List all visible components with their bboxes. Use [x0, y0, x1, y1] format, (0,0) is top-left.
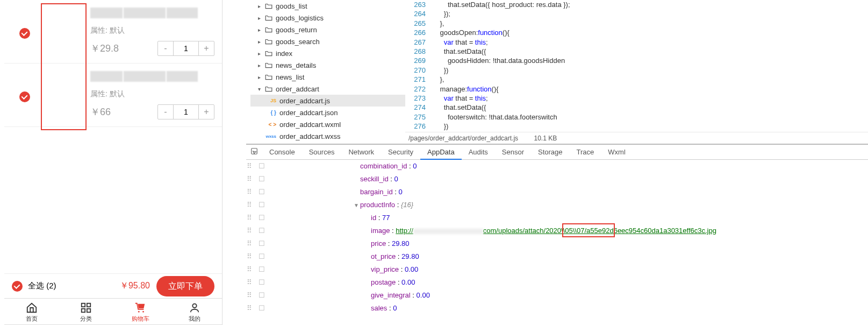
code-editor[interactable]: 2632642652662672682692702712722732742752…: [405, 0, 868, 132]
qty-minus-button[interactable]: -: [158, 105, 173, 119]
submit-order-button[interactable]: 立即下单: [156, 276, 214, 296]
file-path: /pages/order_addcart/order_addcart.js: [408, 135, 518, 142]
tab-home[interactable]: 首页: [4, 299, 59, 324]
devtools-tab-audits[interactable]: Audits: [462, 145, 495, 160]
svg-point-4: [138, 311, 140, 313]
appdata-row[interactable]: ⠿ ☐sales : 0: [246, 302, 868, 315]
tree-file[interactable]: wxssorder_addcart.wxss: [250, 130, 405, 142]
qty-plus-button[interactable]: +: [199, 41, 214, 55]
devtools-tab-appdata[interactable]: AppData: [420, 145, 462, 160]
devtools-tab-security[interactable]: Security: [381, 145, 420, 160]
tab-label: 我的: [189, 315, 200, 323]
devtools-tab-sensor[interactable]: Sensor: [495, 145, 531, 160]
file-size: 10.1 KB: [534, 135, 557, 142]
select-all-checkbox[interactable]: [12, 281, 23, 292]
tree-folder[interactable]: ▸goods_return: [250, 24, 405, 36]
appdata-row[interactable]: ⠿ ☐postage : 0.00: [246, 276, 868, 289]
cart-product-price: ￥66: [90, 105, 111, 118]
mobile-simulator: 属性: 默认 ￥29.8 - + 属性: 默认 ￥66 - + 全选 (2) ￥…: [4, 0, 223, 325]
devtools-tab-storage[interactable]: Storage: [531, 145, 570, 160]
devtools-tab-trace[interactable]: Trace: [570, 145, 601, 160]
devtools-tabs: ConsoleSourcesNetworkSecurityAppDataAudi…: [246, 145, 868, 160]
quantity-stepper[interactable]: - +: [157, 104, 214, 119]
tree-folder[interactable]: ▸goods_logistics: [250, 12, 405, 24]
tree-folder[interactable]: ▸goods_list: [250, 0, 405, 12]
inspect-icon[interactable]: [246, 147, 262, 157]
svg-rect-0: [82, 303, 85, 307]
tree-folder[interactable]: ▸goods_search: [250, 36, 405, 47]
svg-rect-3: [87, 309, 90, 312]
tab-bar: 首页 分类 购物车 我的: [4, 298, 222, 324]
qty-minus-button[interactable]: -: [158, 41, 173, 55]
user-icon: [189, 302, 200, 314]
tab-label: 购物车: [132, 315, 149, 323]
appdata-row[interactable]: ⠿ ☐vip_price : 0.00: [246, 263, 868, 276]
tree-folder[interactable]: ▸index: [250, 47, 405, 59]
select-all-label[interactable]: 全选 (2): [28, 281, 56, 291]
cart-icon: [134, 302, 146, 314]
cart-item[interactable]: 属性: 默认 ￥66 - +: [4, 63, 222, 127]
appdata-tree[interactable]: ⠿ ☐combination_id : 0⠿ ☐seckill_id : 0⠿ …: [246, 160, 868, 325]
grid-icon: [80, 302, 92, 314]
home-icon: [26, 302, 38, 314]
tab-label: 分类: [80, 315, 92, 323]
attr-value: 默认: [110, 26, 125, 34]
tree-folder-open[interactable]: ▾order_addcart: [250, 83, 405, 95]
attr-value: 默认: [110, 89, 125, 98]
editor-status-bar: /pages/order_addcart/order_addcart.js 10…: [405, 132, 868, 144]
svg-rect-2: [82, 309, 85, 312]
qty-input[interactable]: [173, 41, 199, 55]
appdata-row[interactable]: ⠿ ☐seckill_id : 0: [246, 173, 868, 186]
tab-category[interactable]: 分类: [59, 299, 113, 324]
cart-product-title: [90, 71, 214, 82]
svg-rect-1: [87, 303, 90, 307]
code-content[interactable]: that.setData({ host_product: res.data })…: [432, 0, 868, 131]
tab-mine[interactable]: 我的: [168, 299, 222, 324]
devtools-tab-network[interactable]: Network: [341, 145, 381, 160]
checkbox-icon[interactable]: [19, 91, 30, 102]
appdata-row[interactable]: ⠿ ☐bargain_id : 0: [246, 186, 868, 199]
devtools-tab-sources[interactable]: Sources: [302, 145, 342, 160]
file-tree[interactable]: ▸goods_list▸goods_logistics▸goods_return…: [250, 0, 405, 144]
quantity-stepper[interactable]: - +: [157, 41, 214, 56]
appdata-row[interactable]: ⠿ ☐image : http://com/uploads/attach/202…: [246, 224, 868, 237]
tree-folder[interactable]: ▸news_details: [250, 59, 405, 71]
appdata-row[interactable]: ⠿ ☐price : 29.80: [246, 237, 868, 250]
qty-input[interactable]: [173, 105, 199, 119]
tree-file[interactable]: { }order_addcart.json: [250, 107, 405, 118]
tab-cart[interactable]: 购物车: [113, 299, 168, 324]
cart-footer: 全选 (2) ￥95.80 立即下单: [4, 273, 222, 298]
cart-product-price: ￥29.8: [90, 42, 119, 55]
appdata-row[interactable]: ⠿ ☐ot_price : 29.80: [246, 250, 868, 263]
tree-folder[interactable]: ▸news_list: [250, 71, 405, 83]
cart-item[interactable]: 属性: 默认 ￥29.8 - +: [4, 0, 222, 63]
tree-file[interactable]: < >order_addcart.wxml: [250, 118, 405, 130]
checkbox-icon[interactable]: [19, 28, 30, 39]
appdata-row[interactable]: ⠿ ☐give_integral : 0.00: [246, 289, 868, 302]
appdata-row[interactable]: ⠿ ☐id : 77: [246, 211, 868, 224]
appdata-row[interactable]: ⠿ ☐combination_id : 0: [246, 160, 868, 173]
devtools-panel: ConsoleSourcesNetworkSecurityAppDataAudi…: [246, 144, 868, 325]
cart-product-attr: 属性: 默认: [90, 26, 125, 36]
svg-point-6: [193, 304, 197, 308]
devtools-tab-console[interactable]: Console: [262, 145, 302, 160]
cart-product-title: [90, 8, 214, 18]
attr-label: 属性:: [90, 26, 107, 34]
appdata-row[interactable]: ⠿ ☐▼productInfo : {16}: [246, 199, 868, 211]
cart-product-attr: 属性: 默认: [90, 89, 125, 99]
devtools-tab-wxml[interactable]: Wxml: [601, 145, 633, 160]
tree-file[interactable]: JSorder_addcart.js: [250, 95, 405, 107]
cart-total: ￥95.80: [120, 280, 150, 292]
tab-label: 首页: [26, 315, 38, 323]
line-gutter: 2632642652662672682692702712722732742752…: [405, 0, 429, 131]
svg-point-5: [142, 311, 144, 313]
attr-label: 属性:: [90, 89, 107, 98]
qty-plus-button[interactable]: +: [199, 105, 214, 119]
